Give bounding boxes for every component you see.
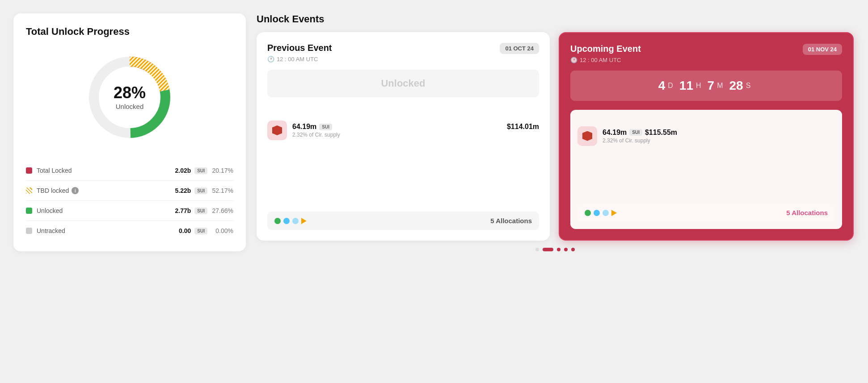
- donut-label: Unlocked: [116, 103, 144, 110]
- legend-icon-tbd-locked: [26, 187, 32, 194]
- pagination-dot-active[interactable]: [543, 248, 553, 251]
- previous-event-title: Previous Event: [267, 43, 332, 53]
- previous-token-usd: $114.01m: [507, 123, 539, 131]
- upcoming-token-amount-row: 64.19m SUI $115.55m: [603, 129, 835, 137]
- legend-name-tbd-locked: TBD locked i: [37, 187, 175, 194]
- legend-name-unlocked: Unlocked: [37, 207, 175, 214]
- upcoming-alloc-label: 5 Allocations: [786, 209, 828, 216]
- unlocked-status-box: Unlocked: [267, 70, 539, 97]
- upcoming-token-usd: $115.55m: [645, 129, 677, 137]
- legend-name-untracked: Untracked: [37, 227, 179, 234]
- legend-pct-total-locked: 20.17%: [211, 167, 233, 174]
- countdown-days-unit: D: [668, 82, 673, 90]
- legend-pct-untracked: 0.00%: [211, 227, 233, 234]
- clock-icon: 🕐: [267, 56, 274, 62]
- total-unlock-progress-card: Total Unlock Progress: [13, 13, 246, 251]
- legend-pct-unlocked: 27.66%: [211, 207, 233, 214]
- upcoming-event-time: 🕐 12 : 00 AM UTC: [570, 57, 842, 63]
- upcoming-token-info: 64.19m SUI $115.55m 2.32% of Cir. supply: [577, 117, 835, 155]
- upcoming-token-logo: [577, 126, 597, 146]
- pagination-dot-1[interactable]: [535, 248, 539, 251]
- upcoming-token-supply: 2.32% of Cir. supply: [603, 137, 835, 144]
- upcoming-dot-green: [585, 210, 591, 216]
- clock-icon-upcoming: 🕐: [570, 57, 577, 63]
- previous-alloc-label: 5 Allocations: [490, 217, 532, 225]
- upcoming-token-logo-inner: [582, 131, 592, 141]
- alloc-arrow: [301, 218, 307, 224]
- events-row: Previous Event 01 OCT 24 🕐 12 : 00 AM UT…: [257, 32, 854, 241]
- pagination-dot-4[interactable]: [564, 248, 568, 251]
- legend-name-total-locked: Total Locked: [37, 167, 175, 174]
- countdown-box: 4 D 11 H 7 M 28 S: [570, 71, 842, 101]
- upcoming-allocations-row[interactable]: 5 Allocations: [577, 204, 835, 222]
- legend-badge-untracked: SUI: [194, 228, 207, 234]
- legend-icon-total-locked: [26, 167, 32, 174]
- donut-percent: 28%: [114, 85, 146, 101]
- countdown-minutes: 7: [708, 79, 715, 93]
- previous-token-amount-row: 64.19m SUI $114.01m: [292, 123, 539, 131]
- previous-token-logo: [267, 121, 287, 140]
- previous-token-details: 64.19m SUI $114.01m 2.32% of Cir. supply: [292, 123, 539, 138]
- previous-event-time: 🕐 12 : 00 AM UTC: [267, 56, 539, 62]
- upcoming-dot-blue2: [603, 210, 609, 216]
- legend-badge-unlocked: SUI: [194, 208, 207, 214]
- info-icon-tbd[interactable]: i: [72, 187, 79, 194]
- legend-icon-unlocked: [26, 208, 32, 214]
- countdown-hours: 11: [679, 79, 693, 93]
- upcoming-token-details: 64.19m SUI $115.55m 2.32% of Cir. supply: [603, 129, 835, 144]
- legend-icon-untracked: [26, 228, 32, 234]
- upcoming-event-date: 01 NOV 24: [803, 44, 842, 55]
- upcoming-token-amount: 64.19m: [603, 129, 627, 137]
- previous-alloc-dots: [274, 218, 307, 224]
- donut-center: 28% Unlocked: [114, 85, 146, 110]
- countdown-hours-unit: H: [696, 82, 701, 90]
- upcoming-alloc-arrow: [611, 210, 617, 216]
- countdown-days: 4: [658, 79, 666, 93]
- legend-value-untracked: 0.00: [179, 227, 191, 234]
- pagination-dot-3[interactable]: [557, 248, 560, 251]
- upcoming-alloc-dots: [585, 210, 617, 216]
- legend-badge-tbd-locked: SUI: [194, 187, 207, 194]
- legend-row-total-locked: Total Locked 2.02b SUI 20.17%: [26, 161, 233, 181]
- legend-row-unlocked: Unlocked 2.77b SUI 27.66%: [26, 201, 233, 221]
- upcoming-event-header: Upcoming Event 01 NOV 24: [570, 44, 842, 55]
- spacer: [267, 163, 539, 212]
- legend-row-untracked: Untracked 0.00 SUI 0.00%: [26, 221, 233, 241]
- upcoming-white-section: 64.19m SUI $115.55m 2.32% of Cir. supply: [570, 110, 842, 229]
- upcoming-spacer: [577, 160, 835, 198]
- unlock-events-section: Unlock Events Previous Event 01 OCT 24 🕐…: [257, 13, 854, 251]
- legend-pct-tbd-locked: 52.17%: [211, 187, 233, 194]
- pagination-dot-5[interactable]: [571, 248, 575, 251]
- legend-row-tbd-locked: TBD locked i 5.22b SUI 52.17%: [26, 181, 233, 201]
- token-logo-inner: [272, 125, 282, 135]
- legend-value-tbd-locked: 5.22b: [175, 187, 191, 194]
- previous-token-amount: 64.19m: [292, 123, 316, 131]
- upcoming-token-badge: SUI: [629, 129, 642, 136]
- upcoming-dot-blue: [594, 210, 600, 216]
- legend-value-total-locked: 2.02b: [175, 167, 191, 174]
- alloc-dot-green: [274, 218, 281, 224]
- countdown-seconds: 28: [729, 79, 743, 93]
- previous-event-date: 01 OCT 24: [500, 43, 539, 54]
- alloc-dot-blue2: [292, 218, 299, 224]
- donut-chart-container: 28% Unlocked: [26, 48, 233, 146]
- bottom-pagination-dots: [257, 248, 854, 251]
- previous-event-card: Previous Event 01 OCT 24 🕐 12 : 00 AM UT…: [257, 32, 550, 241]
- previous-event-header: Previous Event 01 OCT 24: [267, 43, 539, 54]
- section-title: Unlock Events: [257, 13, 854, 25]
- previous-token-info: 64.19m SUI $114.01m 2.32% of Cir. supply: [267, 106, 539, 154]
- legend-rows: Total Locked 2.02b SUI 20.17% TBD locked…: [26, 161, 233, 241]
- upcoming-event-card: Upcoming Event 01 NOV 24 🕐 12 : 00 AM UT…: [559, 32, 854, 241]
- upcoming-event-title: Upcoming Event: [570, 44, 641, 54]
- main-container: Total Unlock Progress: [13, 13, 854, 251]
- countdown-minutes-unit: M: [717, 82, 723, 90]
- previous-token-badge: SUI: [319, 124, 332, 130]
- countdown-seconds-unit: S: [746, 82, 751, 90]
- previous-allocations-row[interactable]: 5 Allocations: [267, 212, 539, 230]
- legend-value-unlocked: 2.77b: [175, 207, 191, 214]
- left-card-title: Total Unlock Progress: [26, 26, 233, 37]
- previous-token-supply: 2.32% of Cir. supply: [292, 132, 539, 138]
- legend-badge-total-locked: SUI: [194, 167, 207, 174]
- alloc-dot-blue: [283, 218, 290, 224]
